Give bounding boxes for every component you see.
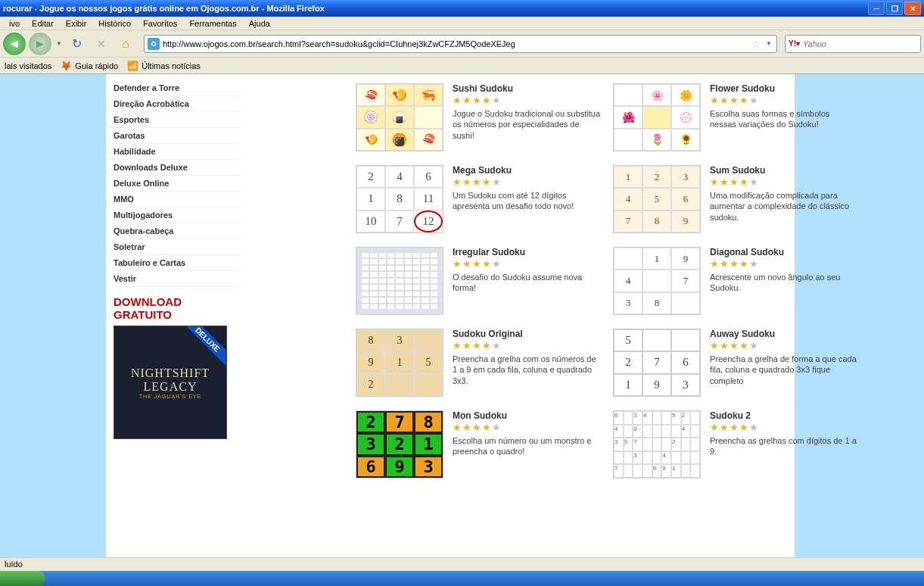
- sidebar-item[interactable]: Garotas: [106, 128, 241, 144]
- game-description: Acrescente um novo ângulo ao seu Sudoku.: [710, 272, 858, 294]
- sidebar-item[interactable]: MMO: [106, 192, 241, 207]
- rating-stars: ★★★★★: [710, 95, 858, 105]
- game-description: Preencha a grelha com os números de 1 a …: [453, 354, 601, 386]
- sidebar-item[interactable]: Downloads Deluxe: [106, 160, 241, 176]
- game-title: Irregular Sudoku: [453, 247, 601, 257]
- rating-stars: ★★★★★: [453, 341, 601, 351]
- game-title: Auway Sudoku: [710, 329, 858, 339]
- page-viewport: Defender a Torre Direção Acrobática Espo…: [0, 74, 924, 586]
- home-button[interactable]: ⌂: [115, 33, 136, 55]
- game-thumbnail: 🍣🍤🦐🍥🍙🍤🍘🍣: [356, 83, 443, 151]
- menu-favoritos[interactable]: Favoritos: [137, 19, 183, 28]
- sidebar-item[interactable]: Quebra-cabeça: [106, 223, 241, 239]
- game-thumbnail: 634524843972347891: [613, 410, 701, 478]
- bookmark-star-icon[interactable]: ☆: [751, 38, 761, 50]
- game-card-sudoku-2[interactable]: 634524843972347891 Sudoku 2 ★★★★★ Preenc…: [613, 410, 863, 478]
- maximize-button[interactable]: ❐: [886, 2, 903, 15]
- category-sidebar: Defender a Torre Direção Acrobática Espo…: [106, 74, 241, 439]
- game-title: Flower Sudoku: [710, 83, 858, 94]
- game-thumbnail: 839152: [356, 329, 443, 397]
- sidebar-item[interactable]: Tabuleiro e Cartas: [106, 255, 241, 271]
- reload-button[interactable]: ↻: [67, 33, 88, 55]
- game-thumbnail: 194738: [613, 247, 701, 315]
- windows-taskbar[interactable]: [0, 571, 924, 586]
- game-title: Sushi Sudoku: [453, 83, 601, 94]
- game-card-mega-sudoku[interactable]: 246181110712 Mega Sudoku ★★★★★ Um Sudoku…: [356, 165, 605, 233]
- rating-stars: ★★★★★: [453, 95, 601, 105]
- sidebar-item[interactable]: Vestir: [106, 271, 241, 287]
- game-title: Diagonal Sudoku: [710, 247, 858, 257]
- game-description: Um Sudoku com até 12 dígitos apresenta u…: [453, 190, 601, 212]
- url-dropdown[interactable]: ▼: [764, 40, 773, 47]
- promo-game-subtitle: THE JAGUAR'S EYE: [114, 394, 226, 399]
- game-thumbnail: 123456789: [613, 165, 701, 233]
- game-title: Sudoku 2: [710, 410, 858, 421]
- window-title: rocurar - Jogue os nossos jogos grátis o…: [3, 4, 868, 13]
- game-card-sum-sudoku[interactable]: 123456789 Sum Sudoku ★★★★★ Uma modificaç…: [613, 165, 863, 233]
- game-thumbnail: [356, 247, 443, 315]
- games-grid: 🍣🍤🦐🍥🍙🍤🍘🍣 Sushi Sudoku ★★★★★ Jogue o Sudo…: [356, 83, 863, 478]
- search-bar[interactable]: Y!▾: [785, 35, 921, 53]
- sidebar-item[interactable]: Direção Acrobática: [106, 96, 241, 112]
- game-description: Escolha suas formas e símbolos nessas va…: [710, 108, 858, 130]
- stop-button[interactable]: ✕: [91, 33, 112, 55]
- game-card-irregular-sudoku[interactable]: Irregular Sudoku ★★★★★ O desafio do Sudo…: [356, 247, 605, 315]
- game-description: Preencha a grelha de forma a que cada fi…: [710, 354, 858, 386]
- menu-arquivo[interactable]: ivo: [3, 19, 26, 28]
- yahoo-icon: Y!▾: [789, 39, 800, 48]
- menubar: ivo Editar Exibir Histórico Favoritos Fe…: [0, 17, 924, 30]
- search-input[interactable]: [803, 39, 917, 48]
- game-card-diagonal-sudoku[interactable]: 194738 Diagonal Sudoku ★★★★★ Acrescente …: [613, 247, 863, 315]
- game-description: Escolha um número ou um monstro e preenc…: [453, 435, 601, 457]
- menu-ferramentas[interactable]: Ferramentas: [183, 19, 242, 28]
- status-text: luído: [5, 560, 23, 569]
- promo-game-title: NIGHTSHIFT LEGACY: [114, 366, 226, 394]
- menu-exibir[interactable]: Exibir: [60, 19, 93, 28]
- sidebar-item[interactable]: Deluxe Online: [106, 176, 241, 192]
- firefox-icon: 🦊: [61, 61, 72, 71]
- rating-stars: ★★★★★: [710, 422, 858, 432]
- rating-stars: ★★★★★: [710, 177, 858, 187]
- back-button[interactable]: ◄: [3, 33, 26, 55]
- sidebar-item[interactable]: Multijogadores: [106, 207, 241, 223]
- url-bar[interactable]: O ☆ ▼: [144, 35, 777, 53]
- bookmark-most-visited[interactable]: lais visitados: [5, 61, 51, 70]
- sidebar-item[interactable]: Defender a Torre: [106, 80, 241, 96]
- game-title: Sudoku Original: [453, 329, 601, 339]
- game-title: Mon Sudoku: [453, 410, 601, 421]
- download-title: DOWNLOAD GRATUITO: [114, 296, 241, 321]
- download-promo[interactable]: DOWNLOAD GRATUITO DELUXE NIGHTSHIFT LEGA…: [106, 296, 241, 439]
- menu-editar[interactable]: Editar: [26, 19, 60, 28]
- url-input[interactable]: [163, 39, 748, 48]
- close-button[interactable]: ✕: [904, 2, 921, 15]
- rating-stars: ★★★★★: [453, 259, 601, 269]
- menu-ajuda[interactable]: Ajuda: [243, 19, 276, 28]
- game-thumbnail: 246181110712: [356, 165, 443, 233]
- nav-history-dropdown[interactable]: ▼: [54, 40, 64, 47]
- game-title: Sum Sudoku: [710, 165, 858, 176]
- download-thumbnail[interactable]: DELUXE NIGHTSHIFT LEGACY THE JAGUAR'S EY…: [114, 326, 227, 439]
- game-card-mon-sudoku[interactable]: 278321693 Mon Sudoku ★★★★★ Escolha um nú…: [356, 410, 605, 478]
- game-card-sushi-sudoku[interactable]: 🍣🍤🦐🍥🍙🍤🍘🍣 Sushi Sudoku ★★★★★ Jogue o Sudo…: [356, 83, 605, 151]
- site-favicon: O: [148, 38, 160, 50]
- menu-historico[interactable]: Histórico: [92, 19, 137, 28]
- rating-stars: ★★★★★: [453, 177, 601, 187]
- game-description: O desafio do Sudoku assume nova forma!: [453, 272, 601, 294]
- deluxe-ribbon: DELUXE: [180, 326, 227, 367]
- rating-stars: ★★★★★: [710, 259, 858, 269]
- sidebar-item[interactable]: Habilidade: [106, 144, 241, 160]
- game-card-flower-sudoku[interactable]: 🌸🌼🌺💮🌷🌻 Flower Sudoku ★★★★★ Escolha suas …: [613, 83, 863, 151]
- forward-button[interactable]: ►: [29, 33, 51, 55]
- sidebar-item[interactable]: Esportes: [106, 112, 241, 128]
- game-description: Jogue o Sudoku tradicional ou substitua …: [453, 108, 601, 141]
- sidebar-item[interactable]: Soletrar: [106, 239, 241, 255]
- game-card-sudoku-original[interactable]: 839152 Sudoku Original ★★★★★ Preencha a …: [356, 329, 605, 397]
- start-button[interactable]: [0, 571, 45, 586]
- minimize-button[interactable]: ─: [868, 2, 885, 15]
- bookmark-ultimas-noticias[interactable]: 📶Últimas notícias: [127, 61, 201, 71]
- game-description: Uma modificação complicada para aumentar…: [710, 190, 858, 223]
- rating-stars: ★★★★★: [710, 341, 858, 351]
- bookmark-guia-rapido[interactable]: 🦊Guia rápido: [61, 61, 118, 71]
- rss-icon: 📶: [127, 61, 138, 71]
- game-card-auway-sudoku[interactable]: 5276193 Auway Sudoku ★★★★★ Preencha a gr…: [613, 329, 863, 397]
